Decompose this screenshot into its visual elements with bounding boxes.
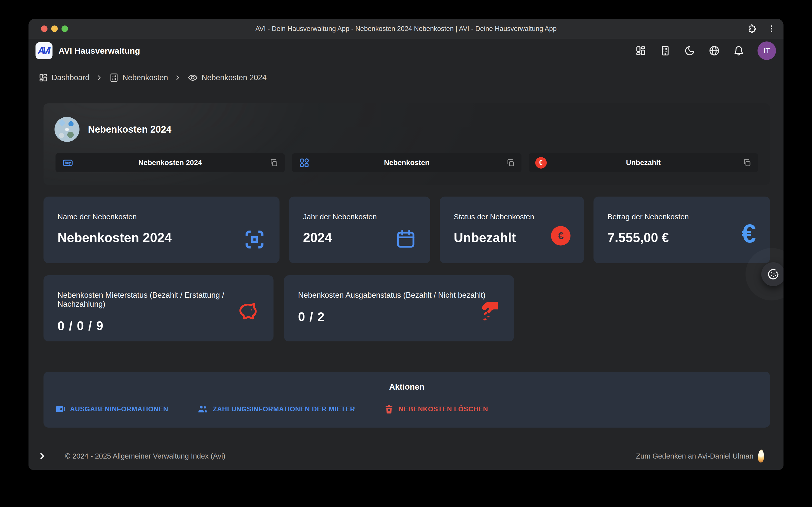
chip-name: Nebenkosten 2024 (55, 153, 285, 172)
browser-titlebar: AVI - Dein Hausverwaltung App - Nebenkos… (29, 19, 783, 39)
stat-card-amount: Betrag der Nebenkosten 7.555,00 € € (594, 196, 770, 263)
actions-card: Aktionen AUSGABENINFORMATIONEN ZAHLUNGSI… (44, 372, 770, 428)
breadcrumb-label: Nebenkosten (122, 73, 168, 82)
record-header-card: Nebenkosten 2024 Nebenkosten 2024 (44, 103, 770, 185)
cookie-icon (767, 268, 780, 281)
euro-icon: € (742, 221, 756, 246)
piggy-bank-icon (234, 298, 259, 324)
delete-nebenkosten-button[interactable]: NEBENKOSTEN LÖSCHEN (384, 404, 488, 414)
tenant-payments-button[interactable]: ZAHLUNGSINFORMATIONEN DER MIETER (197, 404, 355, 414)
breadcrumb: Dashboard Nebenkosten Nebenkosten 2024 (39, 71, 267, 84)
dashboard-grid-icon[interactable] (635, 45, 647, 56)
language-globe-icon[interactable] (709, 45, 720, 56)
browser-window: AVI - Dein Hausverwaltung App - Nebenkos… (29, 19, 783, 470)
dark-mode-moon-icon[interactable] (684, 45, 696, 56)
stat-label: Name der Nebenkosten (57, 213, 265, 221)
action-label: AUSGABENINFORMATIONEN (70, 405, 168, 413)
rename-field-icon (62, 157, 73, 169)
candle-flame-icon (758, 449, 764, 462)
stat-label: Jahr der Nebenkosten (303, 213, 416, 221)
copy-icon[interactable] (506, 158, 515, 167)
breadcrumb-label: Dashboard (51, 73, 90, 82)
stat-card-year: Jahr der Nebenkosten 2024 (289, 196, 430, 263)
euro-badge-icon: € (535, 157, 547, 169)
chip-label: Nebenkosten 2024 (83, 159, 257, 167)
expense-status-card: Nebenkosten Ausgabenstatus (Bezahlt / Ni… (284, 275, 514, 341)
wide-stat-value: 0 / 2 (298, 310, 500, 324)
calendar-icon (395, 228, 417, 251)
app-name: AVI Hausverwaltung (58, 46, 140, 56)
chevron-right-icon (96, 74, 103, 81)
browser-tab-title: AVI - Dein Hausverwaltung App - Nebenkos… (103, 19, 709, 39)
record-title: Nebenkosten 2024 (88, 124, 171, 135)
extensions-icon[interactable] (747, 23, 757, 34)
chip-label: Unbezahlt (556, 159, 730, 167)
user-avatar[interactable]: IT (758, 42, 776, 60)
expense-info-button[interactable]: AUSGABENINFORMATIONEN (55, 404, 168, 414)
wide-stat-value: 0 / 0 / 9 (57, 319, 259, 333)
dashboard-grid-icon (39, 73, 48, 82)
cookie-settings-button[interactable] (761, 262, 783, 286)
stat-label: Status der Nebenkosten (454, 213, 570, 221)
stat-label: Betrag der Nebenkosten (608, 213, 756, 221)
calculator-icon (109, 73, 119, 83)
breadcrumb-dashboard[interactable]: Dashboard (39, 73, 90, 82)
stat-value: Nebenkosten 2024 (57, 230, 265, 245)
breadcrumb-label: Nebenkosten 2024 (202, 73, 266, 82)
stat-card-status: Status der Nebenkosten Unbezahlt € (440, 196, 584, 263)
copyright-text: © 2024 - 2025 Allgemeiner Verwaltung Ind… (65, 452, 225, 460)
wide-stat-label: Nebenkosten Mieterstatus (Bezahlt / Erst… (57, 291, 259, 309)
traffic-lights (41, 25, 68, 32)
app-header: AVI AVI Hausverwaltung (29, 39, 783, 63)
chip-status: € Unbezahlt (529, 153, 758, 172)
chevron-right-icon (174, 74, 182, 81)
wide-stat-label: Nebenkosten Ausgabenstatus (Bezahlt / Ni… (298, 291, 500, 300)
stat-value: 7.555,00 € (608, 230, 756, 245)
record-avatar-image (54, 117, 80, 142)
browser-menu-kebab-icon[interactable] (767, 24, 776, 33)
action-label: ZAHLUNGSINFORMATIONEN DER MIETER (213, 405, 355, 413)
tenants-icon (197, 404, 208, 414)
zoom-window-button[interactable] (61, 25, 68, 32)
stat-card-name: Name der Nebenkosten Nebenkosten 2024 (44, 196, 280, 263)
notifications-bell-icon[interactable] (733, 45, 745, 56)
memorial-text: Zum Gedenken an Avi-Daniel Ulman (636, 452, 754, 460)
eye-icon (188, 72, 198, 83)
tenant-status-card: Nebenkosten Mieterstatus (Bezahlt / Erst… (44, 275, 273, 341)
building-icon[interactable] (660, 45, 671, 56)
euro-badge-icon: € (551, 226, 570, 245)
copy-icon[interactable] (743, 158, 752, 167)
app-logo[interactable]: AVI (36, 42, 52, 59)
delete-icon (384, 404, 394, 414)
actions-title: Aktionen (44, 382, 770, 392)
action-label: NEBENKOSTEN LÖSCHEN (399, 405, 488, 413)
chip-category: Nebenkosten (292, 153, 521, 172)
footer-expand-chevron-icon[interactable] (38, 452, 47, 460)
minimize-window-button[interactable] (51, 25, 58, 32)
copy-icon[interactable] (269, 158, 278, 167)
category-icon (299, 157, 310, 169)
focus-frame-icon (243, 228, 266, 252)
wallet-icon (55, 404, 65, 414)
chip-label: Nebenkosten (319, 159, 494, 167)
breadcrumb-nebenkosten-2024[interactable]: Nebenkosten 2024 (188, 72, 266, 83)
footer: © 2024 - 2025 Allgemeiner Verwaltung Ind… (38, 447, 764, 465)
hand-coins-icon (475, 298, 500, 323)
breadcrumb-nebenkosten[interactable]: Nebenkosten (109, 73, 168, 83)
app-logo-text: AVI (38, 45, 51, 56)
close-window-button[interactable] (41, 25, 48, 32)
